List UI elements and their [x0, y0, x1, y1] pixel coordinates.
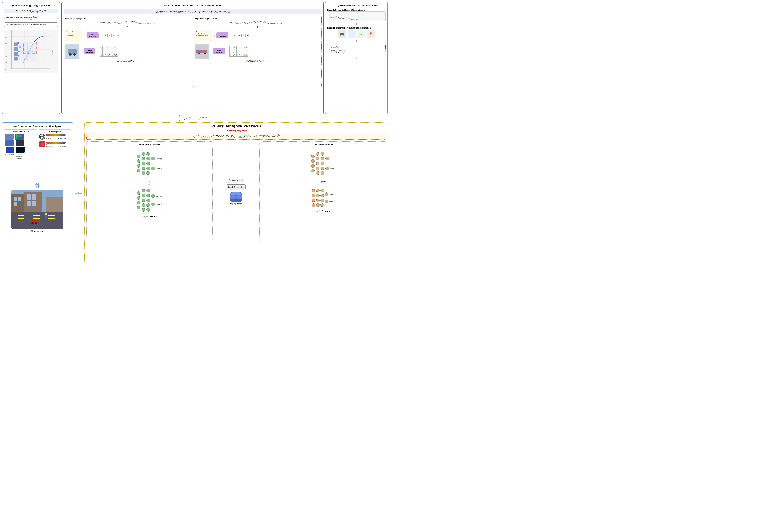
observation-space-box: Observation Space	[4, 129, 37, 181]
actor-throttle-output: Throttle	[151, 167, 162, 170]
environment-label: Environment	[32, 230, 44, 232]
actor-output-layer: Steering Throttle	[151, 157, 162, 170]
svg-text:30: 30	[5, 49, 7, 51]
actor-node-3	[137, 164, 140, 168]
speech-bubble-2: "Two cars have collided with each other …	[4, 22, 58, 27]
negative-text-box: Two cars have collided with each other o…	[195, 30, 212, 41]
d-to-reward-arrow: ↓	[328, 57, 385, 60]
actor-h2-node-4	[146, 167, 150, 170]
positive-image-encoder: Image Encoder	[83, 48, 96, 54]
critic-target-input	[312, 189, 315, 207]
obs-space-title: Observation Space	[5, 130, 36, 133]
action-space-box: Action Space	[38, 129, 71, 181]
accel-labels: -1 0 1	[46, 136, 66, 138]
accel-desc: Braking Acceleration	[46, 138, 66, 139]
env-svg	[11, 190, 63, 229]
pos-divider	[65, 42, 190, 43]
replay-buffer-svg	[229, 192, 244, 202]
critic-hidden-2	[321, 152, 324, 175]
bev-img-3	[16, 147, 25, 153]
neg-divider	[195, 42, 320, 43]
accel-slider-container: -1 0 1 Braking Acceleration	[46, 134, 70, 139]
svg-rect-67	[48, 218, 55, 219]
positive-goal-title: Positive Language Goal	[65, 17, 190, 20]
steer-labels: -1 0 1	[46, 144, 66, 145]
negative-image-token-matrix: I₁ I₁·T₁ I₁·T₂ ... I₁·TN I₂ I₂·T₁ I₂·T₂	[229, 46, 248, 56]
neg-img-arrow-1: →	[210, 50, 212, 53]
target-hidden-1	[142, 189, 145, 211]
svg-text:0.04: 0.04	[12, 70, 14, 72]
actor-throttle-label: Throttle	[156, 168, 162, 170]
panel-a-obs-action: Observation Space	[4, 129, 71, 181]
svg-rect-62	[18, 215, 24, 216]
svg-point-46	[204, 53, 206, 54]
critic-target-value-1: Value	[329, 193, 334, 195]
phase2-down-arrow: ↓	[327, 39, 385, 43]
speedometer-icon: 🎮	[338, 30, 346, 38]
phase2-icons: 🎮 ↔ ▲ 📍	[327, 30, 385, 38]
svg-text:50: 50	[5, 36, 7, 38]
obs-images	[5, 134, 36, 153]
negative-token-grid: T₁ T₂ ... TN	[233, 34, 250, 37]
negative-car-svg	[195, 45, 208, 58]
phase1-formula: rtCLG = clip(rtCLG, θmin, θmax) − θmin/θ…	[327, 11, 385, 21]
critic-update-col: Update ↓	[261, 181, 384, 212]
critic-target-hidden-2	[320, 189, 324, 207]
action-label: Action	[75, 192, 82, 195]
environment-section: Environment	[4, 190, 71, 232]
rgb-img-2	[5, 140, 14, 146]
target-node-3	[137, 201, 140, 204]
steering-row: -1 0 1 Braking Acceleration	[39, 134, 70, 140]
svg-text:-0.05: -0.05	[21, 70, 24, 72]
pos-img-arrow-2: →	[96, 50, 99, 53]
target-steering-output: Steering	[151, 194, 162, 198]
actor-network-panel: Actor Policy Network	[86, 141, 213, 241]
svg-rect-61	[11, 212, 63, 229]
actor-h1-node-3	[142, 162, 145, 165]
bev-label: BEV Semantic Images	[15, 153, 24, 159]
negative-image-encoder: Image Encoder	[213, 48, 225, 54]
critic-value-output	[325, 157, 334, 160]
rgb-img-1	[5, 134, 14, 140]
neg-img-arrow-2: →	[226, 50, 229, 53]
actor-node-4	[137, 169, 140, 172]
svg-text:40: 40	[5, 43, 7, 44]
critic-target-hidden-1	[316, 189, 319, 207]
accel-slider	[46, 134, 66, 136]
svg-rect-63	[33, 215, 40, 216]
panel-b-formula: RCLG(s) = VLM(lpos, lneg, ψ(s), c)	[4, 9, 58, 13]
negative-bottom-formula: sim(VLMI(ψ(st)), VLML(lneg)) ↓	[195, 60, 320, 63]
actor-node-2	[137, 159, 140, 163]
actor-target-network: Steering Throttle	[88, 186, 211, 214]
clg-sub-row: Positive Language Goal sim(VLMI(ψ(st)), …	[64, 16, 321, 87]
svg-rect-56	[26, 194, 31, 200]
target-input-layer	[137, 191, 140, 209]
panel-a-up-arrows: ⇅	[4, 182, 71, 189]
learning-formula: JQ(θ) = E(st,at,rt,st+1)~D [½(Qθ(st,at) …	[86, 133, 386, 140]
target-network-label: Target Network	[88, 215, 211, 217]
svg-text:20: 20	[5, 56, 7, 57]
pin-icon: 📍	[367, 30, 374, 38]
main-container: (b) Contrasting Language Goal RCLG(s) = …	[0, 0, 390, 266]
top-row: (b) Contrasting Language Goal RCLG(s) = …	[2, 2, 388, 114]
svg-rect-64	[48, 215, 55, 216]
actor-hidden-layer-2	[146, 152, 150, 175]
svg-text:Time Step: Time Step	[52, 49, 54, 56]
panel-c: (c) CLG-based Semantic Reward Computatio…	[61, 2, 324, 114]
svg-point-70	[35, 222, 37, 224]
panel-c-main-formula: RCLG(s) = α · sim(VLMI(ψ(s)), VLML(lpos)…	[64, 9, 321, 14]
positive-encoder-row: The road is clear with no car accidents …	[65, 30, 190, 41]
critic-hidden-1	[316, 152, 319, 175]
actor-input-layer	[137, 155, 140, 172]
trajectory-area: 0 10 20 30 40 50 0.04 0 -0.05 -0.08 -0.1…	[4, 30, 58, 73]
positive-goal-panel: Positive Language Goal sim(VLMI(ψ(st)), …	[64, 16, 192, 87]
bev-img-2	[15, 140, 24, 146]
actor-h2-node-5	[146, 171, 150, 175]
svg-rect-53	[18, 197, 21, 201]
svg-rect-31	[14, 43, 18, 46]
replay-buffer-section: Replay Buffer	[229, 192, 244, 205]
critic-update-section: Update ↓	[261, 181, 384, 212]
actor-h2-node-3	[146, 162, 150, 165]
batch-section: (st, at, rt, st+1)~𝒟 Batch-Processing	[215, 141, 258, 241]
actor-network-title: Actor Policy Network	[88, 143, 211, 145]
